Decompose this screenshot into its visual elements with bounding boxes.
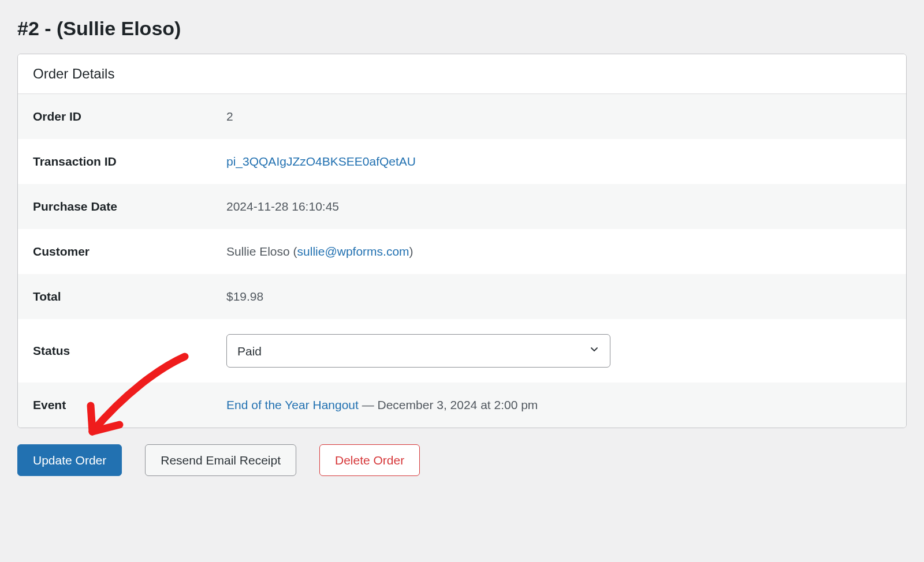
page-title: #2 - (Sullie Eloso) [17, 17, 907, 40]
value-customer: Sullie Eloso (sullie@wpforms.com) [226, 245, 413, 258]
order-details-panel: Order Details Order ID 2 Transaction ID … [17, 54, 907, 428]
transaction-id-link[interactable]: pi_3QQAIgJZzO4BKSEE0afQetAU [226, 155, 416, 168]
customer-name: Sullie Eloso [226, 245, 290, 258]
label-purchase-date: Purchase Date [33, 200, 226, 213]
delete-order-button[interactable]: Delete Order [319, 444, 420, 476]
label-order-id: Order ID [33, 110, 226, 123]
action-bar: Update Order Resend Email Receipt Delete… [17, 444, 907, 476]
value-total: $19.98 [226, 290, 263, 304]
customer-email-link[interactable]: sullie@wpforms.com [297, 245, 409, 258]
value-event: End of the Year Hangout — December 3, 20… [226, 398, 538, 412]
row-purchase-date: Purchase Date 2024-11-28 16:10:45 [18, 184, 906, 229]
resend-email-receipt-button[interactable]: Resend Email Receipt [145, 444, 296, 476]
label-total: Total [33, 290, 226, 304]
row-order-id: Order ID 2 [18, 94, 906, 139]
panel-header: Order Details [18, 54, 906, 94]
label-transaction-id: Transaction ID [33, 155, 226, 168]
event-link[interactable]: End of the Year Hangout [226, 398, 359, 411]
value-order-id: 2 [226, 110, 233, 123]
row-event: Event End of the Year Hangout — December… [18, 383, 906, 428]
row-transaction-id: Transaction ID pi_3QQAIgJZzO4BKSEE0afQet… [18, 139, 906, 184]
event-suffix: — December 3, 2024 at 2:00 pm [359, 398, 538, 411]
row-status: Status Paid [18, 319, 906, 383]
label-event: Event [33, 398, 226, 412]
value-transaction-id: pi_3QQAIgJZzO4BKSEE0afQetAU [226, 155, 416, 168]
row-customer: Customer Sullie Eloso (sullie@wpforms.co… [18, 229, 906, 274]
update-order-button[interactable]: Update Order [17, 444, 122, 476]
label-status: Status [33, 344, 226, 358]
value-purchase-date: 2024-11-28 16:10:45 [226, 200, 339, 213]
label-customer: Customer [33, 245, 226, 258]
row-total: Total $19.98 [18, 274, 906, 319]
status-select[interactable]: Paid [226, 334, 610, 368]
status-select-wrap: Paid [226, 334, 610, 368]
